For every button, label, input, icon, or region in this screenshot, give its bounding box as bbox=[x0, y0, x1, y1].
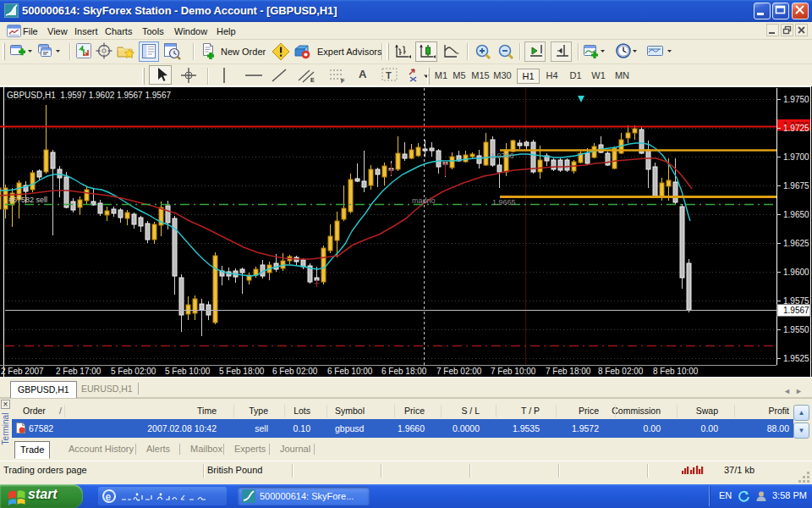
svg-text:1.9665: 1.9665 bbox=[492, 198, 516, 207]
svg-text:E: E bbox=[310, 77, 315, 83]
svg-text:2 Feb 17:00: 2 Feb 17:00 bbox=[56, 367, 102, 376]
svg-text:1.9706: 1.9706 bbox=[491, 152, 514, 160]
svg-text:5 Feb 02:00: 5 Feb 02:00 bbox=[111, 367, 156, 376]
svg-text:#67582 sell: #67582 sell bbox=[8, 196, 47, 204]
svg-text:1.9600: 1.9600 bbox=[783, 268, 809, 277]
svg-text:1.9750: 1.9750 bbox=[783, 95, 809, 104]
svg-text:6 Feb 18:00: 6 Feb 18:00 bbox=[381, 367, 427, 376]
svg-text:1.9625: 1.9625 bbox=[783, 239, 809, 248]
svg-text:5 Feb 18:00: 5 Feb 18:00 bbox=[219, 367, 265, 376]
svg-text:7 Feb 02:00: 7 Feb 02:00 bbox=[436, 367, 482, 376]
svg-text:F: F bbox=[341, 78, 345, 84]
svg-text:2 Feb 2007: 2 Feb 2007 bbox=[1, 367, 44, 376]
svg-text:6 Feb 10:00: 6 Feb 10:00 bbox=[327, 367, 373, 376]
svg-text:1.9650: 1.9650 bbox=[783, 210, 809, 219]
svg-text:1.9575: 1.9575 bbox=[783, 296, 809, 306]
svg-text:1.9725: 1.9725 bbox=[783, 124, 809, 133]
svg-text:7 Feb 10:00: 7 Feb 10:00 bbox=[491, 367, 536, 376]
svg-text:1.9567: 1.9567 bbox=[783, 306, 809, 315]
svg-text:5 Feb 10:00: 5 Feb 10:00 bbox=[165, 367, 211, 376]
svg-text:1.9525: 1.9525 bbox=[783, 354, 809, 363]
svg-text:madrio: madrio bbox=[412, 196, 436, 205]
svg-text:GBPUSD,H1 1.9597 1.9602 1.956: GBPUSD,H1 1.9597 1.9602 1.9567 1.9567 bbox=[7, 91, 171, 100]
svg-text:1.9675: 1.9675 bbox=[783, 181, 809, 190]
svg-text:T: T bbox=[386, 70, 392, 80]
svg-text:e: e bbox=[106, 491, 112, 503]
svg-text:7 Feb 18:00: 7 Feb 18:00 bbox=[546, 367, 591, 376]
svg-text:8 Feb 02:00: 8 Feb 02:00 bbox=[598, 367, 644, 376]
svg-text:8 Feb 10:00: 8 Feb 10:00 bbox=[653, 367, 699, 376]
svg-text:6 Feb 02:00: 6 Feb 02:00 bbox=[272, 367, 318, 376]
svg-text:1.9700: 1.9700 bbox=[783, 152, 809, 162]
svg-text:1.9550: 1.9550 bbox=[783, 325, 809, 334]
